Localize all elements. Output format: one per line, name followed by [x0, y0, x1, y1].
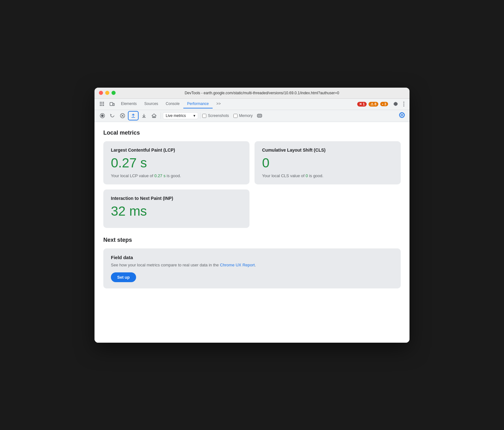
- svg-rect-23: [258, 115, 259, 116]
- svg-rect-25: [261, 115, 261, 116]
- field-data-description: See how your local metrics compare to re…: [111, 263, 393, 267]
- window-title: DevTools - earth.google.com/static/multi…: [119, 91, 405, 95]
- lcp-title: Largest Contentful Paint (LCP): [111, 148, 242, 153]
- minimize-button[interactable]: [105, 91, 109, 95]
- svg-rect-6: [100, 105, 101, 106]
- svg-rect-21: [153, 116, 155, 118]
- info-count: 3: [384, 102, 386, 106]
- svg-point-13: [404, 106, 404, 107]
- local-metrics-title: Local metrics: [103, 130, 401, 136]
- memory-checkbox-label[interactable]: Memory: [233, 113, 253, 118]
- home-button[interactable]: [149, 112, 159, 120]
- perf-settings-button[interactable]: [398, 111, 406, 121]
- cls-description: Your local CLS value of 0 is good.: [262, 173, 393, 178]
- svg-line-41: [403, 113, 404, 114]
- field-data-card: Field data See how your local metrics co…: [103, 248, 401, 288]
- lcp-desc-prefix: Your local LCP value of: [111, 173, 154, 178]
- inp-value: 32 ms: [111, 204, 242, 218]
- traffic-lights: [99, 91, 116, 95]
- tab-elements[interactable]: Elements: [117, 100, 140, 108]
- svg-line-40: [400, 116, 401, 117]
- lcp-description: Your local LCP value of 0.27 s is good.: [111, 173, 242, 178]
- field-data-title: Field data: [111, 255, 393, 260]
- tab-more[interactable]: >>: [213, 100, 225, 108]
- devtools-content: Local metrics Largest Contentful Paint (…: [94, 122, 410, 343]
- lcp-desc-suffix: is good.: [165, 173, 181, 178]
- error-icon: ✕: [359, 102, 362, 106]
- settings-icon[interactable]: [391, 100, 401, 108]
- warning-badge[interactable]: ⚠ 8: [369, 102, 378, 107]
- svg-point-11: [404, 102, 404, 103]
- device-toggle-icon[interactable]: [107, 100, 117, 108]
- next-steps-title: Next steps: [103, 237, 401, 243]
- live-metrics-dropdown[interactable]: Live metrics ▾: [163, 112, 198, 119]
- upload-button[interactable]: [128, 111, 139, 120]
- title-bar: DevTools - earth.google.com/static/multi…: [94, 88, 410, 99]
- lcp-card: Largest Contentful Paint (LCP) 0.27 s Yo…: [103, 141, 249, 184]
- maximize-button[interactable]: [112, 91, 116, 95]
- toolbar-separator-1: [161, 113, 161, 119]
- chevron-down-icon: ▾: [193, 113, 195, 118]
- devtools-menu-icon[interactable]: [97, 100, 107, 108]
- svg-rect-1: [101, 102, 102, 103]
- info-icon: ▪: [382, 102, 383, 106]
- next-steps-section: Next steps Field data See how your local…: [103, 237, 401, 288]
- warning-count: 8: [375, 102, 376, 106]
- svg-rect-9: [110, 102, 113, 106]
- lcp-highlight: 0.27 s: [154, 173, 165, 178]
- svg-rect-8: [103, 105, 104, 106]
- svg-rect-2: [103, 102, 104, 103]
- download-button[interactable]: [139, 112, 149, 120]
- performance-toolbar: Live metrics ▾ Screenshots Memory: [94, 110, 410, 122]
- info-badge[interactable]: ▪ 3: [380, 102, 388, 106]
- svg-line-38: [400, 113, 401, 114]
- inp-card: Interaction to Next Paint (INP) 32 ms: [103, 189, 249, 228]
- lcp-value: 0.27 s: [111, 156, 242, 170]
- tab-sources[interactable]: Sources: [140, 100, 162, 108]
- screenshots-label: Screenshots: [208, 113, 229, 118]
- more-options-icon[interactable]: [401, 100, 407, 108]
- memory-label: Memory: [239, 113, 253, 118]
- reload-button[interactable]: [108, 112, 117, 120]
- cls-desc-suffix: is good.: [308, 173, 324, 178]
- svg-rect-7: [101, 105, 102, 106]
- error-badge[interactable]: ✕ 1: [357, 102, 367, 107]
- toolbar-separator-2: [200, 113, 200, 119]
- close-button[interactable]: [99, 91, 103, 95]
- tab-console[interactable]: Console: [162, 100, 183, 108]
- svg-rect-0: [100, 102, 101, 103]
- svg-point-15: [101, 114, 104, 117]
- error-count: 1: [363, 102, 365, 106]
- svg-rect-4: [101, 103, 102, 104]
- svg-line-39: [403, 116, 404, 117]
- svg-rect-10: [113, 103, 114, 106]
- badges-group: ✕ 1 ⚠ 8 ▪ 3: [357, 102, 388, 107]
- setup-button[interactable]: Set up: [111, 272, 136, 282]
- warning-icon: ⚠: [370, 102, 374, 106]
- screenshots-checkbox-label[interactable]: Screenshots: [202, 113, 229, 118]
- clear-button[interactable]: [118, 112, 127, 120]
- cls-desc-prefix: Your local CLS value of: [262, 173, 306, 178]
- svg-rect-5: [103, 103, 104, 104]
- cls-card: Cumulative Layout Shift (CLS) 0 Your loc…: [255, 141, 401, 184]
- cls-title: Cumulative Layout Shift (CLS): [262, 148, 393, 153]
- devtools-tabs-bar: Elements Sources Console Performance >> …: [94, 99, 410, 110]
- cls-value: 0: [262, 156, 393, 170]
- cls-highlight: 0: [306, 173, 308, 178]
- cpu-throttle-icon[interactable]: [255, 112, 265, 120]
- inp-title: Interaction to Next Paint (INP): [111, 196, 242, 201]
- tab-performance[interactable]: Performance: [183, 100, 213, 108]
- browser-window: DevTools - earth.google.com/static/multi…: [94, 88, 410, 343]
- svg-point-12: [404, 104, 404, 105]
- svg-rect-3: [100, 103, 101, 104]
- field-data-desc-suffix: .: [255, 263, 256, 267]
- svg-point-33: [401, 114, 403, 116]
- record-button[interactable]: [98, 112, 107, 120]
- metrics-grid: Largest Contentful Paint (LCP) 0.27 s Yo…: [103, 141, 401, 184]
- live-metrics-label: Live metrics: [166, 113, 186, 118]
- chrome-ux-report-link[interactable]: Chrome UX Report: [220, 263, 255, 267]
- svg-rect-24: [259, 115, 260, 116]
- memory-checkbox[interactable]: [233, 114, 238, 118]
- screenshots-checkbox[interactable]: [202, 114, 206, 118]
- field-data-desc-text: See how your local metrics compare to re…: [111, 263, 220, 267]
